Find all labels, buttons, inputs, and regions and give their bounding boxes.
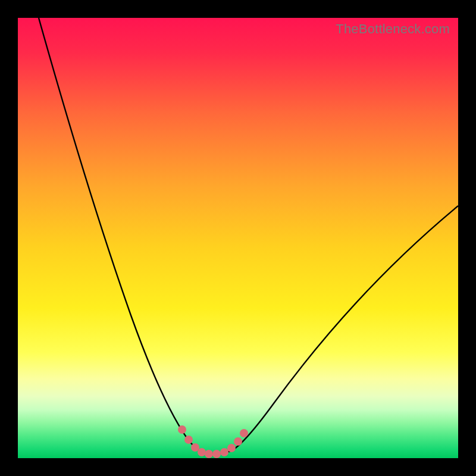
svg-point-10 (240, 429, 248, 437)
svg-point-1 (178, 425, 186, 434)
watermark-text: TheBottleneck.com (336, 21, 450, 37)
plot-area: TheBottleneck.com (18, 18, 458, 458)
highlight-dots (178, 425, 248, 458)
svg-point-5 (205, 450, 213, 458)
svg-point-9 (234, 437, 242, 446)
svg-point-8 (227, 444, 236, 452)
svg-point-6 (212, 450, 221, 458)
svg-point-2 (184, 436, 193, 444)
curve-layer (18, 18, 458, 458)
bottleneck-curve (39, 18, 458, 453)
chart-frame: TheBottleneck.com (0, 0, 476, 476)
svg-point-4 (198, 448, 206, 456)
svg-point-7 (220, 448, 228, 456)
